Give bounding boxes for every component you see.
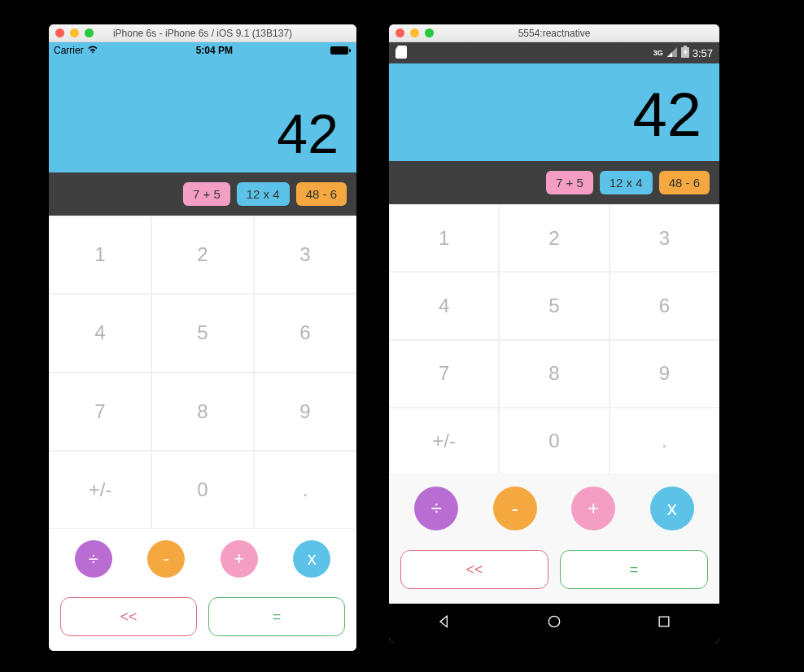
op-divide[interactable]: ÷ (75, 540, 112, 578)
nav-home-icon[interactable] (546, 613, 562, 633)
android-window-titlebar: 5554:reactnative (389, 24, 719, 42)
op-add[interactable]: + (221, 540, 258, 578)
number-grid: 1 2 3 4 5 6 7 8 9 +/- 0 . (389, 204, 719, 475)
key-6[interactable]: 6 (610, 272, 719, 339)
svg-rect-0 (330, 46, 348, 55)
ios-simulator-window: iPhone 6s - iPhone 6s / iOS 9.1 (13B137)… (49, 24, 356, 651)
ios-window-title: iPhone 6s - iPhone 6s / iOS 9.1 (13B137) (49, 28, 356, 39)
backspace-button[interactable]: << (400, 550, 548, 589)
window-controls (55, 28, 94, 37)
display-value: 42 (277, 106, 339, 161)
history-row: 7 + 5 12 x 4 48 - 6 (49, 172, 356, 216)
sd-card-icon (395, 46, 407, 61)
history-chip[interactable]: 7 + 5 (183, 182, 230, 206)
key-0[interactable]: 0 (499, 408, 609, 475)
ios-status-time: 5:04 PM (196, 45, 233, 56)
op-subtract[interactable]: - (147, 540, 185, 578)
svg-rect-1 (349, 49, 351, 52)
operators-row: ÷ - + x (49, 529, 356, 589)
key-2[interactable]: 2 (499, 204, 609, 272)
zoom-icon[interactable] (85, 28, 94, 37)
backspace-button[interactable]: << (60, 597, 197, 636)
key-8[interactable]: 8 (499, 340, 609, 408)
nav-back-icon[interactable] (436, 613, 452, 633)
signal-icon (666, 46, 678, 60)
android-window-title: 5554:reactnative (389, 28, 719, 39)
equals-button[interactable]: = (208, 597, 345, 636)
android-emulator-window: 5554:reactnative 3G 3:57 42 7 + 5 12 x 4… (389, 24, 719, 643)
calculator-display: 42 (49, 59, 356, 172)
key-plusminus[interactable]: +/- (49, 451, 151, 529)
key-3[interactable]: 3 (254, 216, 356, 294)
op-divide[interactable]: ÷ (414, 487, 458, 530)
key-3[interactable]: 3 (610, 204, 719, 272)
battery-icon (330, 46, 352, 55)
key-8[interactable]: 8 (151, 373, 254, 451)
key-5[interactable]: 5 (499, 272, 609, 339)
display-value: 42 (632, 84, 701, 146)
ios-window-titlebar: iPhone 6s - iPhone 6s / iOS 9.1 (13B137) (49, 24, 356, 42)
wifi-icon (87, 45, 98, 56)
equals-button[interactable]: = (560, 550, 708, 589)
number-grid: 1 2 3 4 5 6 7 8 9 +/- 0 . (49, 216, 356, 529)
history-row: 7 + 5 12 x 4 48 - 6 (389, 161, 719, 204)
key-2[interactable]: 2 (151, 216, 254, 294)
svg-point-2 (548, 616, 559, 626)
key-decimal[interactable]: . (610, 408, 719, 475)
zoom-icon[interactable] (425, 28, 434, 37)
key-4[interactable]: 4 (389, 272, 499, 339)
calculator-display: 42 (389, 63, 719, 161)
close-icon[interactable] (55, 28, 64, 37)
network-label: 3G (653, 49, 663, 57)
actions-row: << = (49, 589, 356, 651)
close-icon[interactable] (395, 28, 404, 37)
op-multiply[interactable]: x (293, 540, 330, 578)
key-0[interactable]: 0 (151, 451, 254, 529)
history-chip[interactable]: 12 x 4 (600, 171, 653, 194)
history-chip[interactable]: 7 + 5 (546, 171, 593, 194)
key-5[interactable]: 5 (151, 294, 254, 372)
key-9[interactable]: 9 (254, 373, 356, 451)
keypad: 1 2 3 4 5 6 7 8 9 +/- 0 . ÷ - + x << = (389, 204, 719, 604)
history-chip[interactable]: 12 x 4 (237, 182, 290, 206)
key-1[interactable]: 1 (49, 216, 151, 294)
android-nav-bar (389, 604, 719, 643)
op-multiply[interactable]: x (650, 487, 694, 530)
keypad: 1 2 3 4 5 6 7 8 9 +/- 0 . ÷ - + x << = (49, 216, 356, 651)
svg-rect-3 (659, 617, 669, 626)
window-controls (395, 28, 434, 37)
android-status-time: 3:57 (693, 47, 713, 59)
key-1[interactable]: 1 (389, 204, 499, 272)
op-add[interactable]: + (571, 487, 615, 530)
op-subtract[interactable]: - (493, 487, 537, 530)
key-decimal[interactable]: . (254, 451, 356, 529)
ios-status-bar: Carrier 5:04 PM (49, 42, 356, 59)
carrier-label: Carrier (54, 45, 84, 56)
key-6[interactable]: 6 (254, 294, 356, 372)
battery-icon (681, 46, 689, 60)
nav-recent-icon[interactable] (656, 613, 672, 633)
key-7[interactable]: 7 (389, 340, 499, 408)
key-7[interactable]: 7 (49, 373, 151, 451)
android-status-bar: 3G 3:57 (389, 42, 719, 63)
minimize-icon[interactable] (410, 28, 419, 37)
key-4[interactable]: 4 (49, 294, 151, 372)
key-plusminus[interactable]: +/- (389, 408, 499, 475)
history-chip[interactable]: 48 - 6 (296, 182, 347, 206)
minimize-icon[interactable] (70, 28, 79, 37)
history-chip[interactable]: 48 - 6 (659, 171, 710, 194)
key-9[interactable]: 9 (610, 340, 719, 408)
operators-row: ÷ - + x (389, 475, 719, 542)
actions-row: << = (389, 542, 719, 604)
